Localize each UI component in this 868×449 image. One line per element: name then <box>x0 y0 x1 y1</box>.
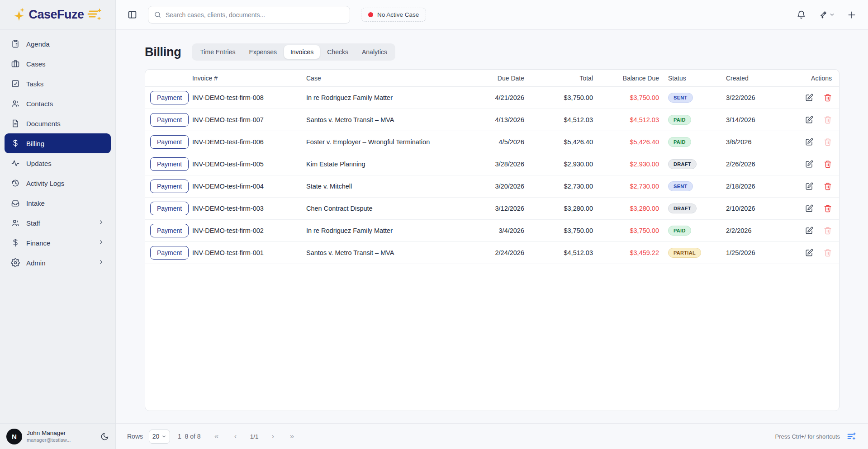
total-cell: $3,750.00 <box>530 227 598 234</box>
edit-invoice-button[interactable] <box>805 249 813 257</box>
table-row[interactable]: Payment INV-DEMO-test-firm-001 Santos v.… <box>145 242 839 264</box>
rows-per-page-value: 20 <box>152 433 160 440</box>
sidebar-toggle-button[interactable] <box>128 10 137 19</box>
topbar-actions <box>797 10 856 19</box>
sidebar-item-intake[interactable]: Intake <box>5 193 111 213</box>
table-row[interactable]: Payment INV-DEMO-test-firm-005 Kim Estat… <box>145 153 839 175</box>
edit-invoice-button[interactable] <box>805 227 813 235</box>
payment-button[interactable]: Payment <box>150 180 189 193</box>
sidebar-item-label: Agenda <box>26 40 50 48</box>
notifications-button[interactable] <box>797 10 806 19</box>
brand-logo[interactable]: CaseFuze <box>0 0 115 30</box>
create-new-button[interactable] <box>847 10 856 19</box>
first-page-button[interactable]: « <box>209 429 224 444</box>
sidebar-item-billing[interactable]: Billing <box>5 133 111 153</box>
top-bar: No Active Case <box>116 0 868 30</box>
created-cell: 2/10/2026 <box>722 205 795 212</box>
total-cell: $4,512.03 <box>530 116 598 123</box>
footer-bar: Rows 20 1–8 of 8 « ‹ 1/1 › » Press Ctrl+… <box>116 423 868 449</box>
rows-per-page-select[interactable]: 20 <box>149 430 170 444</box>
delete-invoice-button[interactable] <box>824 227 832 235</box>
footer-right: Press Ctrl+/ for shortcuts <box>775 431 856 441</box>
table-row[interactable]: Payment INV-DEMO-test-firm-003 Chen Cont… <box>145 198 839 220</box>
delete-invoice-button[interactable] <box>824 160 832 168</box>
sidebar-item-contacts[interactable]: Contacts <box>5 94 111 113</box>
clipboard-icon <box>11 39 20 48</box>
tab-invoices[interactable]: Invoices <box>284 45 320 59</box>
delete-invoice-button[interactable] <box>824 182 832 190</box>
delete-invoice-button[interactable] <box>824 204 832 213</box>
due-date-cell: 3/4/2026 <box>474 227 530 234</box>
table-row[interactable]: Payment INV-DEMO-test-firm-008 In re Rod… <box>145 87 839 109</box>
sidebar-item-admin[interactable]: Admin <box>5 253 111 273</box>
invoice-number-cell: INV-DEMO-test-firm-003 <box>189 205 303 212</box>
global-search[interactable] <box>148 6 350 24</box>
table-row[interactable]: Payment INV-DEMO-test-firm-006 Foster v.… <box>145 131 839 153</box>
brand-name: CaseFuze <box>28 8 84 22</box>
search-input[interactable] <box>166 11 344 19</box>
payment-button[interactable]: Payment <box>150 157 189 171</box>
row-actions <box>795 227 839 235</box>
due-date-cell: 4/5/2026 <box>474 138 530 146</box>
prev-page-button[interactable]: ‹ <box>228 429 243 444</box>
sidebar-item-finance[interactable]: Finance <box>5 233 111 253</box>
sidebar-item-updates[interactable]: Updates <box>5 153 111 173</box>
sidebar-item-activity-logs[interactable]: Activity Logs <box>5 173 111 193</box>
sidebar-item-agenda[interactable]: Agenda <box>5 34 111 54</box>
balance-due-cell: $3,750.00 <box>598 227 664 234</box>
table-row[interactable]: Payment INV-DEMO-test-firm-002 In re Rod… <box>145 220 839 242</box>
created-cell: 3/22/2026 <box>722 94 795 101</box>
edit-icon <box>805 160 813 168</box>
case-cell: Santos v. Metro Transit – MVA <box>303 116 474 123</box>
payment-button[interactable]: Payment <box>150 135 189 149</box>
avatar[interactable]: N <box>6 429 22 444</box>
payment-button[interactable]: Payment <box>150 246 189 260</box>
delete-invoice-button[interactable] <box>824 116 832 124</box>
table-row[interactable]: Payment INV-DEMO-test-firm-007 Santos v.… <box>145 109 839 131</box>
payment-button[interactable]: Payment <box>150 91 189 104</box>
delete-invoice-button[interactable] <box>824 249 832 257</box>
payment-button[interactable]: Payment <box>150 202 189 215</box>
no-active-case-label: No Active Case <box>377 11 419 18</box>
sidebar-item-documents[interactable]: Documents <box>5 113 111 133</box>
no-active-case-button[interactable]: No Active Case <box>361 8 426 22</box>
dark-mode-toggle[interactable] <box>100 432 109 441</box>
edit-icon <box>805 204 813 213</box>
edit-invoice-button[interactable] <box>805 160 813 168</box>
balance-due-cell: $4,512.03 <box>598 116 664 123</box>
dollar-icon <box>11 139 20 148</box>
edit-invoice-button[interactable] <box>805 94 813 102</box>
sidebar-item-staff[interactable]: Staff <box>5 213 111 233</box>
edit-invoice-button[interactable] <box>805 182 813 190</box>
sidebar-item-cases[interactable]: Cases <box>5 54 111 74</box>
tab-analytics[interactable]: Analytics <box>356 45 394 59</box>
payment-button[interactable]: Payment <box>150 224 189 237</box>
sidebar-item-tasks[interactable]: Tasks <box>5 74 111 94</box>
sidebar-item-label: Contacts <box>26 100 53 108</box>
edit-invoice-button[interactable] <box>805 138 813 146</box>
edit-icon <box>805 227 813 235</box>
invoice-number-cell: INV-DEMO-test-firm-007 <box>189 116 303 123</box>
next-page-button[interactable]: › <box>266 429 280 444</box>
delete-invoice-button[interactable] <box>824 138 832 146</box>
delete-invoice-button[interactable] <box>824 94 832 102</box>
billing-tabs: Time Entries Expenses Invoices Checks An… <box>192 43 395 61</box>
edit-invoice-button[interactable] <box>805 116 813 124</box>
shortcuts-button[interactable] <box>846 431 856 441</box>
last-page-button[interactable]: » <box>285 429 299 444</box>
tools-menu-button[interactable] <box>818 10 835 19</box>
created-cell: 3/6/2026 <box>722 138 795 146</box>
payment-button[interactable]: Payment <box>150 113 189 127</box>
edit-invoice-button[interactable] <box>805 204 813 213</box>
user-profile[interactable]: N John Manager manager@testlaw... <box>0 423 115 449</box>
chevron-right-icon <box>98 219 104 227</box>
row-actions <box>795 160 839 168</box>
table-row[interactable]: Payment INV-DEMO-test-firm-004 State v. … <box>145 175 839 198</box>
tab-expenses[interactable]: Expenses <box>242 45 283 59</box>
total-cell: $5,426.40 <box>530 138 598 146</box>
case-cell: In re Rodriguez Family Matter <box>303 227 474 234</box>
trash-icon <box>824 204 832 213</box>
user-name: John Manager <box>27 430 71 437</box>
tab-checks[interactable]: Checks <box>321 45 355 59</box>
tab-time-entries[interactable]: Time Entries <box>194 45 242 59</box>
